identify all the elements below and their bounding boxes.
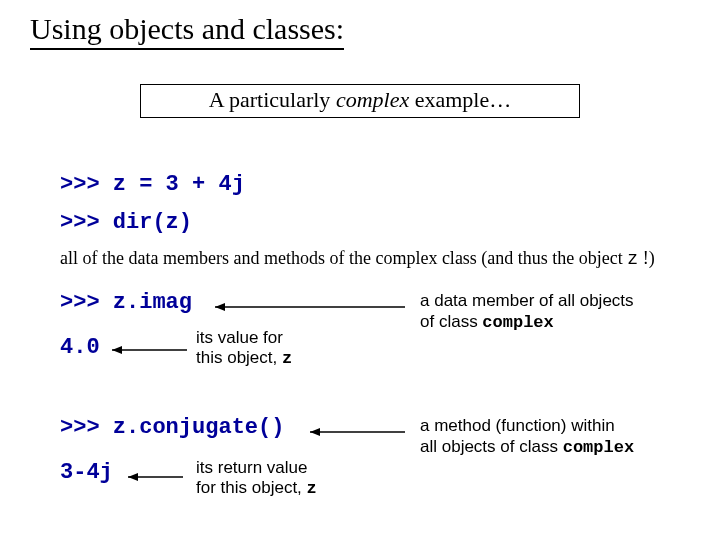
code-line-6: 3-4j — [60, 460, 113, 485]
note-data-member-line2-pre: of class — [420, 312, 482, 331]
svg-marker-7 — [128, 473, 138, 481]
slide: Using objects and classes: A particularl… — [0, 0, 720, 540]
note-method-line1: a method (function) within — [420, 416, 615, 435]
svg-marker-1 — [215, 303, 225, 311]
note-method: a method (function) within all objects o… — [420, 415, 634, 459]
note-data-member-line2-mono: complex — [482, 313, 553, 332]
svg-marker-3 — [112, 346, 122, 354]
note-all-members: all of the data members and methods of t… — [60, 248, 655, 269]
note-return-line2-z: z — [307, 479, 317, 498]
note-return-line2-pre: for this object, — [196, 478, 307, 497]
note-value-line2-pre: this object, — [196, 348, 282, 367]
subtitle-pre: A particularly — [209, 87, 336, 112]
arrow-icon — [310, 427, 410, 437]
svg-marker-5 — [310, 428, 320, 436]
note-all-members-z: z — [627, 249, 638, 269]
note-method-line2-pre: all objects of class — [420, 437, 563, 456]
subtitle-em: complex — [336, 87, 409, 112]
arrow-icon — [215, 302, 415, 312]
note-all-members-post: !) — [638, 248, 655, 268]
note-value: its value for this object, z — [196, 328, 292, 370]
arrow-icon — [128, 472, 188, 482]
note-all-members-pre: all of the data members and methods of t… — [60, 248, 627, 268]
note-return: its return value for this object, z — [196, 458, 317, 500]
code-line-3: >>> z.imag — [60, 290, 192, 315]
note-data-member-line1: a data member of all objects — [420, 291, 634, 310]
note-data-member: a data member of all objects of class co… — [420, 290, 634, 334]
arrow-icon — [112, 345, 192, 355]
subtitle-box: A particularly complex example… — [140, 84, 580, 118]
code-line-2: >>> dir(z) — [60, 210, 192, 235]
code-line-5: >>> z.conjugate() — [60, 415, 284, 440]
code-line-4: 4.0 — [60, 335, 100, 360]
subtitle-post: example… — [409, 87, 511, 112]
note-value-line1: its value for — [196, 328, 283, 347]
code-line-1: >>> z = 3 + 4j — [60, 172, 245, 197]
slide-title: Using objects and classes: — [30, 12, 344, 50]
note-value-line2-z: z — [282, 349, 292, 368]
note-method-line2-mono: complex — [563, 438, 634, 457]
note-return-line1: its return value — [196, 458, 308, 477]
